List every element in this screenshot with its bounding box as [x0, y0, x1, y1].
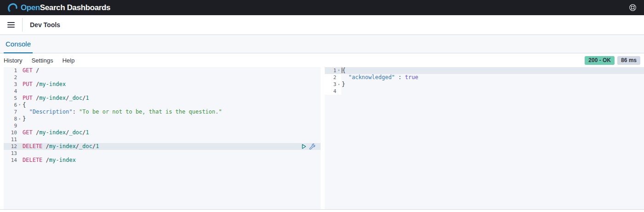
editor-line-13[interactable]: 13: [4, 150, 321, 157]
editor-line-2[interactable]: 2: [4, 74, 321, 81]
send-request-button[interactable]: [301, 143, 307, 149]
gutter: 10: [4, 129, 22, 136]
gutter: 4: [4, 88, 22, 95]
line-number: 1: [325, 67, 336, 74]
request-action-buttons: [301, 143, 315, 150]
tab-console[interactable]: Console: [4, 35, 33, 53]
response-editor[interactable]: 1▾{2 "acknowledged" : true3▴}4: [325, 67, 644, 209]
line-number: 11: [4, 136, 17, 143]
editor-line-3[interactable]: 3PUT /my-index: [4, 81, 321, 88]
gutter: 14: [4, 157, 22, 164]
line-number: 5: [4, 95, 17, 102]
code-text: PUT /my-index: [22, 81, 66, 88]
gutter: 7: [4, 109, 22, 115]
editor-line-11[interactable]: 11: [4, 136, 321, 143]
editor-line-14[interactable]: 14DELETE /my-index: [4, 157, 321, 164]
gutter: 8▴: [4, 115, 22, 122]
editor-line-9[interactable]: 9: [4, 122, 321, 129]
gutter: 1: [4, 67, 22, 74]
status-badge: 200 - OK: [585, 56, 615, 65]
fold-open-icon[interactable]: ▾: [17, 102, 22, 109]
line-number: 4: [325, 88, 336, 95]
gutter: 2: [325, 74, 341, 81]
code-text: [22, 74, 23, 81]
gutter: 9: [4, 122, 22, 129]
logo-wordmark: OpenSearch Dashboards: [21, 3, 110, 12]
gutter: 3▴: [325, 81, 341, 88]
help-menu-button[interactable]: [629, 4, 637, 11]
editor-line-7[interactable]: 7 "Description": "To be or not to be, th…: [4, 109, 321, 115]
code-text: [341, 88, 342, 95]
help-link[interactable]: Help: [62, 57, 75, 64]
editor-line-2[interactable]: 2 "acknowledged" : true: [325, 74, 644, 81]
fold-close-icon[interactable]: ▴: [17, 115, 22, 122]
line-number: 2: [325, 74, 336, 81]
request-options-button[interactable]: [309, 143, 315, 149]
breadcrumb: Dev Tools: [23, 15, 68, 34]
code-text: }: [341, 81, 345, 88]
code-text: {: [341, 67, 345, 74]
gutter: 1▾: [325, 67, 341, 74]
editor-line-8[interactable]: 8▴}: [4, 115, 321, 122]
editor-line-6[interactable]: 6▾{: [4, 102, 321, 109]
editor-line-4[interactable]: 4: [4, 88, 321, 95]
request-editor[interactable]: 1GET /23PUT /my-index45PUT /my-index/_do…: [4, 67, 321, 209]
editor-line-5[interactable]: 5PUT /my-index/_doc/1: [4, 95, 321, 102]
pane-divider[interactable]: [321, 67, 325, 209]
history-link[interactable]: History: [4, 57, 22, 64]
code-text: GET /: [22, 67, 39, 74]
line-number: 14: [4, 157, 17, 164]
editor-line-1[interactable]: 1▾{: [325, 67, 644, 74]
gutter: 3: [4, 81, 22, 88]
fold-close-icon[interactable]: ▴: [336, 81, 341, 88]
code-text: {: [22, 102, 26, 109]
console-tab-bar: Console: [0, 35, 644, 53]
line-number: 3: [4, 81, 17, 88]
toolbar-links: History Settings Help: [4, 57, 75, 64]
breadcrumb-dev-tools: Dev Tools: [30, 21, 60, 29]
editor-line-12[interactable]: 12DELETE /my-index/_doc/1: [4, 143, 321, 150]
line-number: 7: [4, 109, 17, 115]
code-text: "acknowledged" : true: [341, 74, 418, 81]
line-number: 13: [4, 150, 17, 157]
editor-line-10[interactable]: 10GET /my-index/_doc/1: [4, 129, 321, 136]
code-text: }: [22, 115, 26, 122]
gutter: 5: [4, 95, 22, 102]
play-icon: [301, 143, 307, 149]
line-number: 2: [4, 74, 17, 81]
gutter: 13: [4, 150, 22, 157]
fold-open-icon[interactable]: ▾: [336, 67, 341, 74]
gutter: 4: [325, 88, 341, 95]
opensearch-logo[interactable]: OpenSearch Dashboards: [7, 3, 110, 13]
line-number: 8: [4, 115, 17, 122]
wrench-icon: [309, 143, 315, 149]
editor-line-3[interactable]: 3▴}: [325, 81, 644, 88]
gutter: 2: [4, 74, 22, 81]
line-number: 6: [4, 102, 17, 109]
editor-line-4[interactable]: 4: [325, 88, 644, 95]
gutter: 6▾: [4, 102, 22, 109]
code-text: [22, 136, 23, 143]
code-text: GET /my-index/_doc/1: [22, 129, 89, 136]
code-text: [22, 150, 23, 157]
response-time-badge: 86 ms: [617, 56, 640, 65]
response-badges: 200 - OK 86 ms: [585, 56, 640, 65]
settings-link[interactable]: Settings: [31, 57, 53, 64]
menu-toggle-button[interactable]: [0, 15, 22, 34]
line-number: 4: [4, 88, 17, 95]
gutter: 12: [4, 143, 22, 150]
code-text: "Description": "To be or not to be, that…: [22, 109, 222, 115]
line-number: 1: [4, 67, 17, 74]
line-number: 9: [4, 122, 17, 129]
gutter: 11: [4, 136, 22, 143]
code-text: [22, 122, 23, 129]
editor-line-1[interactable]: 1GET /: [4, 67, 321, 74]
code-text: PUT /my-index/_doc/1: [22, 95, 89, 102]
global-header: OpenSearch Dashboards: [0, 0, 644, 15]
menu-icon: [7, 22, 15, 23]
app-nav-bar: Dev Tools: [0, 15, 644, 35]
code-text: [22, 88, 23, 95]
line-number: 12: [4, 143, 17, 150]
code-text: DELETE /my-index/_doc/1: [22, 143, 99, 150]
line-number: 3: [325, 81, 336, 88]
